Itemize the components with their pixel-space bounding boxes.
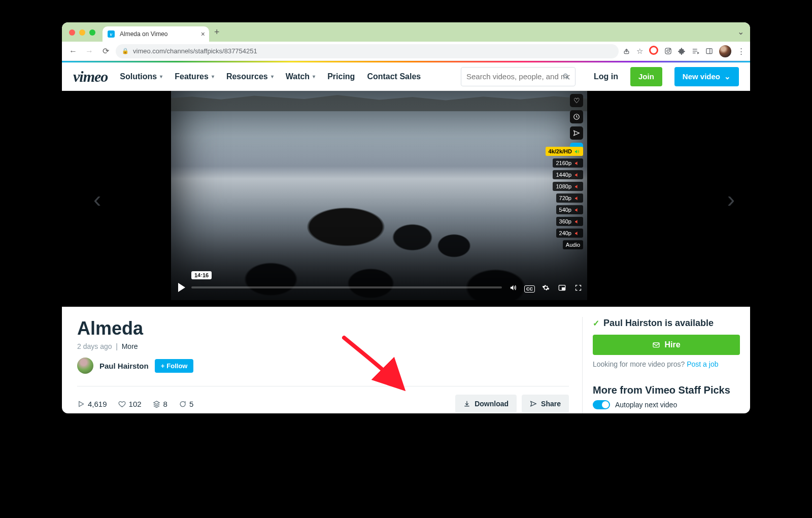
hire-button[interactable]: Hire <box>593 335 740 355</box>
nav-contact-sales[interactable]: Contact Sales <box>367 72 421 81</box>
more-from-heading: More from Vimeo Staff Picks <box>593 384 740 396</box>
back-button[interactable]: ← <box>67 47 79 56</box>
follow-button[interactable]: + Follow <box>155 359 194 373</box>
checkmark-icon: ✓ <box>593 318 599 328</box>
autoplay-row[interactable]: Autoplay next video <box>593 400 740 409</box>
close-tab-icon[interactable]: × <box>201 30 205 38</box>
chevron-down-icon: ▾ <box>212 74 214 79</box>
tabs-dropdown-icon[interactable]: ⌄ <box>737 27 744 37</box>
video-stage: ‹ › ♡ S 4k/2k/HD 2160p 1440p <box>62 91 750 307</box>
video-frame-art <box>171 91 587 111</box>
login-link[interactable]: Log in <box>594 72 618 81</box>
share-page-icon[interactable] <box>623 47 630 55</box>
instagram-extension-icon[interactable] <box>664 47 672 55</box>
nav-watch[interactable]: Watch▾ <box>286 72 315 81</box>
browser-window: v Almeda on Vimeo × + ⌄ ← → ⟳ 🔒 vimeo.co… <box>62 22 750 413</box>
content-area: Almeda 2 days ago | More Paul Hairston +… <box>62 307 750 413</box>
window-controls[interactable] <box>62 29 103 42</box>
settings-gear-icon[interactable] <box>540 283 551 292</box>
svg-rect-8 <box>562 287 564 289</box>
left-column: Almeda 2 days ago | More Paul Hairston +… <box>62 307 582 413</box>
download-button[interactable]: Download <box>455 395 517 413</box>
chevron-down-icon: ▾ <box>160 74 162 79</box>
quality-540p[interactable]: 540p <box>556 205 583 214</box>
autoplay-label: Autoplay next video <box>615 401 677 409</box>
video-title: Almeda <box>77 318 569 339</box>
video-player[interactable]: ♡ S 4k/2k/HD 2160p 1440p 1080p 720p 540p <box>171 91 587 300</box>
tab-strip: v Almeda on Vimeo × + ⌄ <box>62 22 750 42</box>
browser-tab[interactable]: v Almeda on Vimeo × <box>103 26 209 42</box>
comment-icon <box>179 400 186 408</box>
playlist-icon[interactable] <box>692 47 699 55</box>
quality-header[interactable]: 4k/2k/HD <box>546 147 583 156</box>
play-button[interactable] <box>178 283 185 292</box>
player-controls: 14:16 CC <box>175 279 583 296</box>
nav-solutions[interactable]: Solutions▾ <box>120 72 162 81</box>
search-input[interactable] <box>466 72 570 81</box>
chevron-down-icon: ⌄ <box>724 72 731 81</box>
progress-bar[interactable]: 14:16 <box>191 282 502 293</box>
chevron-down-icon: ▾ <box>271 74 274 79</box>
quality-360p[interactable]: 360p <box>556 217 583 226</box>
minimize-window-icon[interactable] <box>79 29 85 36</box>
post-job-link[interactable]: Post a job <box>687 360 718 368</box>
svg-rect-4 <box>706 49 712 54</box>
vimeo-logo[interactable]: vimeo <box>73 68 108 85</box>
separator <box>77 386 569 386</box>
plays-stat[interactable]: 4,619 <box>77 400 107 408</box>
volume-icon[interactable] <box>508 283 518 292</box>
share-button[interactable]: Share <box>522 395 569 413</box>
likes-stat[interactable]: 102 <box>118 400 142 408</box>
close-window-icon[interactable] <box>69 29 75 36</box>
nav-resources[interactable]: Resources▾ <box>226 72 274 81</box>
svg-point-3 <box>669 49 670 49</box>
tab-title: Almeda on Vimeo <box>120 30 168 38</box>
bookmark-star-icon[interactable]: ☆ <box>636 47 643 56</box>
profile-avatar[interactable] <box>719 45 731 57</box>
reload-button[interactable]: ⟳ <box>99 46 112 56</box>
quality-240p[interactable]: 240p <box>556 229 583 238</box>
search-icon[interactable] <box>562 72 570 81</box>
comments-stat[interactable]: 5 <box>179 400 193 408</box>
action-buttons: Download Share <box>455 395 569 413</box>
author-avatar[interactable] <box>77 358 93 374</box>
forward-button[interactable]: → <box>83 47 95 56</box>
availability-text: Paul Hairston is available <box>603 318 714 329</box>
url-box[interactable]: 🔒 vimeo.com/channels/staffpicks/83775425… <box>116 44 619 58</box>
new-tab-button[interactable]: + <box>214 27 220 38</box>
next-video-chevron[interactable]: › <box>727 185 735 213</box>
url-text: vimeo.com/channels/staffpicks/837754251 <box>133 47 257 55</box>
share-overlay-icon[interactable] <box>570 126 583 140</box>
quality-1440p[interactable]: 1440p <box>553 170 583 179</box>
opera-extension-icon[interactable] <box>649 46 658 56</box>
svg-point-5 <box>563 74 567 78</box>
like-overlay-icon[interactable]: ♡ <box>570 94 583 107</box>
fullscreen-icon[interactable] <box>573 283 583 292</box>
panel-icon[interactable] <box>705 47 713 55</box>
quality-720p[interactable]: 720p <box>556 193 583 203</box>
new-video-button[interactable]: New video ⌄ <box>674 67 739 86</box>
pip-icon[interactable] <box>557 283 567 292</box>
site-nav: vimeo Solutions▾ Features▾ Resources▾ Wa… <box>62 62 750 91</box>
join-button[interactable]: Join <box>630 67 662 86</box>
cc-icon[interactable]: CC <box>524 283 534 292</box>
nav-pricing[interactable]: Pricing <box>327 72 355 81</box>
extensions-icon[interactable] <box>678 47 686 55</box>
search-box[interactable] <box>461 67 576 86</box>
more-link[interactable]: More <box>122 342 138 350</box>
lock-icon: 🔒 <box>122 48 129 54</box>
maximize-window-icon[interactable] <box>89 29 95 36</box>
quality-1080p[interactable]: 1080p <box>553 182 583 191</box>
timecode-bubble: 14:16 <box>191 271 212 279</box>
prev-video-chevron[interactable]: ‹ <box>93 185 101 213</box>
quality-2160p[interactable]: 2160p <box>553 158 583 168</box>
quality-menu: 4k/2k/HD 2160p 1440p 1080p 720p 540p 360… <box>546 147 583 249</box>
watchlater-overlay-icon[interactable] <box>570 110 583 123</box>
kebab-menu-icon[interactable]: ⋮ <box>737 47 745 56</box>
quality-audio[interactable]: Audio <box>563 240 583 249</box>
upload-age: 2 days ago <box>77 342 112 350</box>
nav-features[interactable]: Features▾ <box>175 72 214 81</box>
autoplay-toggle[interactable] <box>593 400 610 409</box>
author-name[interactable]: Paul Hairston <box>99 362 149 370</box>
collections-stat[interactable]: 8 <box>153 400 167 408</box>
